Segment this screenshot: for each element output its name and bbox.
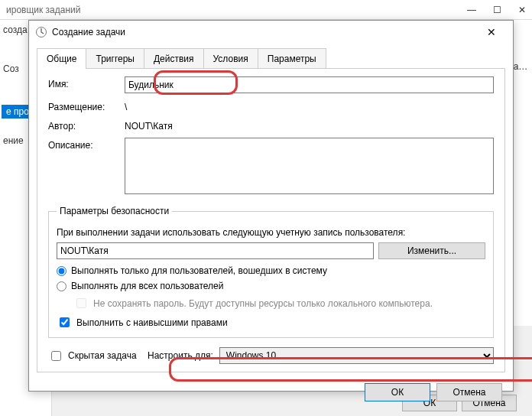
parent-window-title: ировщик заданий [6,5,80,15]
no-save-password-checkbox [76,298,86,308]
minimize-icon[interactable]: — [467,5,476,15]
tabstrip: Общие Триггеры Действия Условия Параметр… [29,44,513,69]
radio-logged-on-label: Выполнять только для пользователей, воше… [71,265,327,276]
radio-all-users[interactable] [57,281,66,291]
no-save-password-label: Не сохранять пароль. Будут доступны ресу… [93,298,433,309]
description-input[interactable] [125,138,494,194]
radio-all-users-label: Выполнять для всех пользователей [71,281,223,291]
tab-actions[interactable]: Действия [144,48,204,69]
label-location: Размещение: [48,99,125,112]
dialog-button-row: ОК Отмена [29,377,513,411]
tab-general[interactable]: Общие [37,48,86,69]
run-as-label: При выполнении задачи использовать следу… [57,227,485,238]
author-value: NOUT\Катя [125,119,494,132]
security-fieldset: Параметры безопасности При выполнении за… [48,206,494,338]
label-author: Автор: [48,119,125,132]
dialog-close-button[interactable]: ✕ [476,21,507,44]
maximize-icon[interactable]: ☐ [493,5,501,15]
configure-for-select[interactable]: Windows 10 [219,347,494,364]
change-user-button[interactable]: Изменить... [378,242,485,259]
create-task-dialog: Создание задачи ✕ Общие Триггеры Действи… [28,20,514,392]
configure-for-label: Настроить для: [148,350,213,361]
name-input[interactable] [125,76,494,93]
cancel-button[interactable]: Отмена [436,383,502,401]
label-name: Имя: [48,76,125,89]
label-description: Описание: [48,138,125,151]
dialog-titlebar: Создание задачи ✕ [29,21,513,44]
ok-button[interactable]: ОК [365,383,430,401]
highest-privileges-label: Выполнить с наивысшими правами [76,317,228,328]
parent-window-titlebar: ировщик заданий — ☐ ✕ [0,0,532,20]
hidden-task-label: Скрытая задача [68,350,137,361]
account-field[interactable] [57,242,374,259]
tab-conditions[interactable]: Условия [203,48,258,69]
highest-privileges-checkbox[interactable] [60,317,70,327]
radio-logged-on[interactable] [57,266,66,276]
parent-window-controls: — ☐ ✕ [467,5,526,15]
tab-triggers[interactable]: Триггеры [86,48,144,69]
close-icon[interactable]: ✕ [518,5,526,15]
hidden-task-checkbox[interactable] [51,351,61,361]
tab-settings[interactable]: Параметры [258,48,326,69]
security-legend: Параметры безопасности [57,206,172,216]
task-scheduler-icon [35,26,47,38]
dialog-title: Создание задачи [52,27,476,37]
location-value: \ [125,99,494,112]
tab-content-general: Имя: Размещение: \ Автор: NOUT\Катя Опис… [37,68,505,372]
